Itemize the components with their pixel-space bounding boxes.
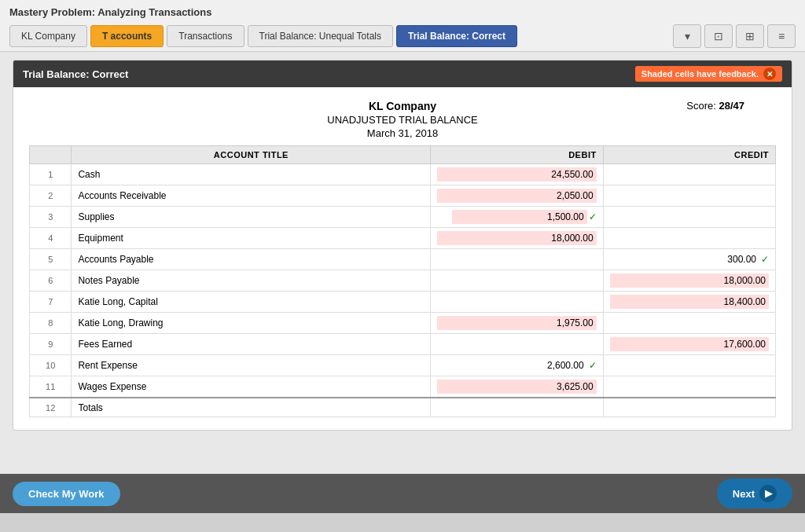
table-row: 4Equipment xyxy=(30,228,776,249)
account-name: Supplies xyxy=(72,207,431,228)
row-number: 1 xyxy=(30,164,72,185)
account-name: Fees Earned xyxy=(72,334,431,355)
tb-subtitle: UNADJUSTED TRIAL BALANCE xyxy=(29,114,776,126)
account-name: Totals xyxy=(72,398,431,417)
score-value: 28/47 xyxy=(719,100,744,112)
debit-cell[interactable] xyxy=(431,164,603,185)
credit-input[interactable] xyxy=(624,252,759,266)
totals-credit-input[interactable] xyxy=(610,402,769,413)
window-icon-btn[interactable]: ⊡ xyxy=(704,24,733,48)
debit-input[interactable] xyxy=(452,210,587,224)
row-number: 2 xyxy=(30,185,72,207)
grid-icon-btn[interactable]: ⊞ xyxy=(736,24,764,48)
credit-cell xyxy=(603,185,775,207)
main-content: Trial Balance: Correct Shaded cells have… xyxy=(0,52,805,474)
window-icon: ⊡ xyxy=(714,30,723,42)
table-row: 2Accounts Receivable xyxy=(30,185,776,207)
row-number: 4 xyxy=(30,228,72,249)
account-name: Katie Long, Drawing xyxy=(72,313,431,334)
next-arrow-icon: ▶ xyxy=(759,485,777,502)
credit-cell xyxy=(603,313,775,334)
debit-cell xyxy=(431,249,603,270)
credit-cell[interactable] xyxy=(603,334,775,355)
credit-cell[interactable] xyxy=(603,270,775,292)
correct-checkmark: ✓ xyxy=(761,254,769,265)
debit-input[interactable] xyxy=(437,316,596,330)
tab-trial-balance-unequal[interactable]: Trial Balance: Unequal Totals xyxy=(248,25,393,47)
table-row: 11Wages Expense xyxy=(30,376,776,398)
panel-header: Trial Balance: Correct Shaded cells have… xyxy=(13,61,792,87)
debit-input[interactable] xyxy=(437,189,596,203)
credit-input[interactable] xyxy=(610,273,769,288)
credit-cell xyxy=(603,164,775,185)
totals-debit-input[interactable] xyxy=(437,402,596,413)
debit-cell[interactable] xyxy=(431,376,603,398)
account-name: Rent Expense xyxy=(72,355,431,376)
row-number: 12 xyxy=(30,398,72,417)
bottom-bar: Check My Work Next ▶ xyxy=(0,474,805,513)
correct-checkmark: ✓ xyxy=(589,211,597,222)
close-icon[interactable]: ✕ xyxy=(763,68,776,80)
credit-cell xyxy=(603,355,775,376)
debit-cell[interactable] xyxy=(431,228,603,249)
account-name: Accounts Payable xyxy=(72,249,431,270)
account-name: Notes Payable xyxy=(72,270,431,292)
table-row: 7Katie Long, Capital xyxy=(30,292,776,313)
account-name: Accounts Receivable xyxy=(72,185,431,207)
table-row: 3Supplies✓ xyxy=(30,207,776,228)
tab-transactions[interactable]: Transactions xyxy=(167,25,244,47)
table-row: 9Fees Earned xyxy=(30,334,776,355)
credit-cell xyxy=(603,398,775,417)
page-title: Mastery Problem: Analyzing Transactions xyxy=(9,6,796,18)
credit-input[interactable] xyxy=(610,337,769,351)
tab-trial-balance-correct[interactable]: Trial Balance: Correct xyxy=(396,25,517,47)
row-number: 5 xyxy=(30,249,72,270)
debit-cell[interactable]: ✓ xyxy=(431,355,603,376)
credit-cell[interactable]: ✓ xyxy=(603,249,775,270)
tab-t-accounts[interactable]: T accounts xyxy=(90,25,164,47)
trial-balance-table: ACCOUNT TITLE DEBIT CREDIT 1Cash2Account… xyxy=(29,145,776,417)
debit-cell[interactable] xyxy=(431,185,603,207)
lines-icon-btn[interactable]: ≡ xyxy=(767,24,796,48)
check-work-button[interactable]: Check My Work xyxy=(13,482,120,506)
col-num xyxy=(30,146,72,164)
row-number: 10 xyxy=(30,355,72,376)
debit-cell[interactable]: ✓ xyxy=(431,207,603,228)
lines-icon: ≡ xyxy=(778,30,785,42)
row-number: 7 xyxy=(30,292,72,313)
next-label: Next xyxy=(733,488,755,500)
table-row: 8Katie Long, Drawing xyxy=(30,313,776,334)
row-number: 8 xyxy=(30,313,72,334)
correct-checkmark: ✓ xyxy=(589,360,597,371)
top-bar: Mastery Problem: Analyzing Transactions … xyxy=(0,0,805,52)
debit-input[interactable] xyxy=(437,380,596,394)
credit-cell[interactable] xyxy=(603,292,775,313)
credit-cell xyxy=(603,376,775,398)
col-debit: DEBIT xyxy=(431,146,603,164)
account-name: Equipment xyxy=(72,228,431,249)
tab-row: KL Company T accounts Transactions Trial… xyxy=(9,24,796,48)
dropdown-icon-btn[interactable]: ▾ xyxy=(673,24,701,48)
next-button[interactable]: Next ▶ xyxy=(717,479,792,508)
tb-date: March 31, 2018 xyxy=(29,127,776,139)
row-number: 6 xyxy=(30,270,72,292)
credit-cell xyxy=(603,207,775,228)
col-credit: CREDIT xyxy=(603,146,775,164)
table-row: 6Notes Payable xyxy=(30,270,776,292)
panel: Trial Balance: Correct Shaded cells have… xyxy=(13,60,792,431)
debit-cell xyxy=(431,334,603,355)
debit-input[interactable] xyxy=(452,358,587,372)
tab-kl-company[interactable]: KL Company xyxy=(9,25,87,47)
credit-cell xyxy=(603,228,775,249)
debit-cell[interactable] xyxy=(431,313,603,334)
row-number: 11 xyxy=(30,376,72,398)
debit-input[interactable] xyxy=(437,231,596,245)
trial-balance-container: KL Company UNADJUSTED TRIAL BALANCE Marc… xyxy=(13,87,792,430)
table-row: 5Accounts Payable✓ xyxy=(30,249,776,270)
debit-cell xyxy=(431,292,603,313)
feedback-text: Shaded cells have feedback. xyxy=(641,69,759,79)
feedback-badge: Shaded cells have feedback. ✕ xyxy=(635,66,782,82)
debit-input[interactable] xyxy=(437,167,596,182)
table-row: 1Cash xyxy=(30,164,776,185)
credit-input[interactable] xyxy=(610,295,769,309)
